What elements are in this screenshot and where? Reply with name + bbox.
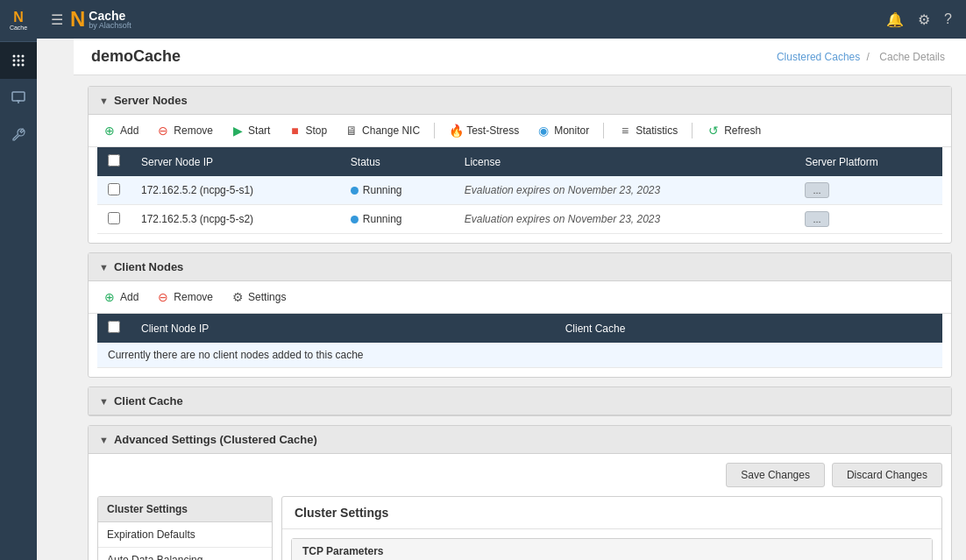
client-cache-header[interactable]: ▼ Client Cache [89,387,951,415]
remove-server-button[interactable]: ⊖ Remove [149,120,220,141]
add-server-icon: ⊕ [103,124,117,138]
help-icon[interactable]: ? [944,11,952,27]
row-2-action-btn[interactable]: ... [805,211,828,227]
breadcrumb: Clustered Caches / Cache Details [777,51,948,63]
table-row: 172.162.5.2 (ncpg-5-s1) Running Evaluati… [97,176,942,205]
topbar-right: 🔔 ⚙ ? [886,11,952,28]
test-stress-label: Test-Stress [466,124,519,137]
client-nodes-chevron: ▼ [99,262,109,273]
save-discard-bar: Save Changes Discard Changes [97,463,942,487]
auto-data-balancing-item[interactable]: Auto Data Balancing [98,548,272,560]
server-header-license: License [454,147,795,176]
remove-client-button[interactable]: ⊖ Remove [149,287,220,308]
statistics-label: Statistics [636,124,678,137]
logo-cache-label: Cache [89,10,131,22]
change-nic-label: Change NIC [362,124,420,137]
row-2-status: Running [340,205,454,234]
logo-n: N [70,7,85,32]
client-nodes-table-container: Client Node IP Client Cache Currently th… [89,314,951,377]
statistics-button[interactable]: ≡ Statistics [611,120,685,141]
client-cache-title: Client Cache [114,394,183,408]
expiration-defaults-item[interactable]: Expiration Defaults [98,522,272,548]
stop-server-button[interactable]: ■ Stop [281,120,334,141]
topbar: ☰ N Cache by Alachsoft 🔔 ⚙ ? [37,0,966,39]
server-nodes-chevron: ▼ [99,96,109,106]
save-changes-button[interactable]: Save Changes [726,463,825,487]
remove-server-label: Remove [174,124,213,137]
client-table-header-row: Client Node IP Client Cache [97,314,942,343]
server-nodes-header[interactable]: ▼ Server Nodes [89,87,951,115]
row-1-status: Running [340,176,454,205]
sidebar-item-monitor[interactable] [0,79,37,116]
change-nic-icon: 🖥 [344,124,359,138]
monitor-icon: ◉ [536,124,550,138]
client-header-cache: Client Cache [555,314,942,343]
select-all-clients[interactable] [108,321,120,333]
server-nodes-table-container: Server Node IP Status License Server Pla… [89,147,951,243]
hamburger-menu[interactable]: ☰ [51,11,63,28]
client-nodes-section: ▼ Client Nodes ⊕ Add ⊖ Remove ⚙ Settings [88,252,952,378]
server-nodes-table: Server Node IP Status License Server Pla… [97,147,942,234]
cluster-settings-sidebar: Cluster Settings Expiration Defaults Aut… [97,496,273,560]
server-nodes-toolbar: ⊕ Add ⊖ Remove ▶ Start ■ Stop 🖥 Chang [89,115,951,147]
sidebar-item-home[interactable] [0,42,37,79]
server-header-status: Status [340,147,454,176]
notifications-icon[interactable]: 🔔 [886,11,904,28]
row-1-ip: 172.162.5.2 (ncpg-5-s1) [131,176,340,205]
logo-sub: Cache [10,25,27,32]
test-stress-button[interactable]: 🔥 Test-Stress [442,120,526,141]
toolbar-divider-3 [692,123,693,138]
refresh-label: Refresh [724,124,761,137]
start-server-label: Start [248,124,270,137]
row-2-platform: ... [794,205,942,234]
main-content: demoCache Clustered Caches / Cache Detai… [74,39,966,560]
page-title: demoCache [91,47,181,66]
row-2-status-text: Running [351,213,444,225]
row-1-platform: ... [794,176,942,205]
row-1-action-btn[interactable]: ... [805,182,828,198]
running-dot-1 [351,187,359,195]
row-1-checkbox[interactable] [108,183,120,195]
add-client-button[interactable]: ⊕ Add [96,287,146,308]
running-dot-2 [351,216,359,223]
breadcrumb-clustered-caches[interactable]: Clustered Caches [777,51,860,63]
client-header-ip: Client Node IP [131,314,555,343]
page-header: demoCache Clustered Caches / Cache Detai… [74,39,966,75]
settings-icon[interactable]: ⚙ [918,11,930,28]
client-no-data-message: Currently there are no client nodes adde… [97,343,942,368]
advanced-settings-title: Advanced Settings (Clustered Cache) [114,433,317,446]
client-settings-label: Settings [248,291,286,303]
svg-point-0 [13,55,16,58]
monitor-button[interactable]: ◉ Monitor [529,120,596,141]
topbar-logo: N Cache by Alachsoft [70,7,131,32]
server-table-header-row: Server Node IP Status License Server Pla… [97,147,942,176]
change-nic-button[interactable]: 🖥 Change NIC [337,120,427,141]
discard-changes-button[interactable]: Discard Changes [832,463,942,487]
svg-point-6 [13,64,16,67]
client-settings-button[interactable]: ⚙ Settings [224,287,293,308]
remove-server-icon: ⊖ [156,124,170,138]
stop-server-label: Stop [305,124,327,137]
sidebar: N Cache [0,0,37,560]
breadcrumb-cache-details: Cache Details [879,51,945,63]
sidebar-item-tools[interactable] [0,116,37,152]
start-server-button[interactable]: ▶ Start [224,120,277,141]
add-client-label: Add [120,291,139,303]
start-server-icon: ▶ [231,124,245,138]
toolbar-divider-2 [603,123,604,138]
add-server-label: Add [120,124,139,137]
svg-rect-9 [12,92,25,101]
row-2-checkbox[interactable] [108,212,120,224]
select-all-servers[interactable] [108,154,120,167]
client-nodes-toolbar: ⊕ Add ⊖ Remove ⚙ Settings [89,281,951,314]
add-server-button[interactable]: ⊕ Add [96,120,146,141]
advanced-layout: Cluster Settings Expiration Defaults Aut… [97,496,942,560]
refresh-button[interactable]: ↺ Refresh [700,120,768,141]
refresh-icon: ↺ [707,124,721,138]
svg-point-3 [13,60,16,62]
tcp-params-section: TCP Parameters [291,538,933,560]
advanced-settings-header[interactable]: ▼ Advanced Settings (Clustered Cache) [89,426,951,454]
svg-point-8 [22,64,25,67]
client-nodes-header[interactable]: ▼ Client Nodes [89,253,951,281]
table-row: 172.162.5.3 (ncpg-5-s2) Running Evaluati… [97,205,942,234]
